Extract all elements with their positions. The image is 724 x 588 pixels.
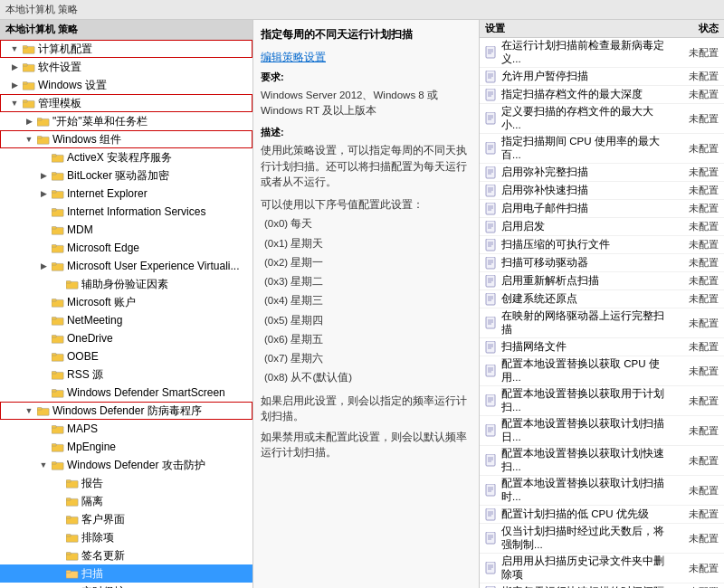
tree-node-signature-updates[interactable]: 签名更新 xyxy=(0,546,252,564)
expand-icon-ms-user-exp[interactable]: ▶ xyxy=(36,259,51,273)
expand-icon-rss[interactable] xyxy=(36,367,51,382)
expand-icon-ie[interactable]: ▶ xyxy=(36,186,51,201)
right-item[interactable]: 启用弥补快速扫描未配置 xyxy=(480,182,724,200)
right-item[interactable]: 仅当计划扫描时经过此天数后，将强制制...未配置 xyxy=(480,524,724,554)
tree-node-quarantine[interactable]: 隔离 xyxy=(0,492,252,510)
tree-node-maps[interactable]: MAPS xyxy=(0,420,252,438)
tree-node-ms-user-exp[interactable]: ▶ Microsoft User Experience Virtuali... xyxy=(0,257,252,275)
expand-icon-wd-attack[interactable]: ▼ xyxy=(36,458,51,472)
tree-node-computer-config[interactable]: ▼ 计算机配置 xyxy=(0,40,252,58)
expand-icon-admin-templates[interactable]: ▼ xyxy=(7,96,22,110)
right-item[interactable]: 启用用从扫描历史记录文件夹中删除项未配置 xyxy=(480,554,724,583)
expand-icon-windows-components[interactable]: ▼ xyxy=(22,132,36,147)
expand-icon-signature-updates[interactable] xyxy=(51,548,65,563)
tree-node-netmeeting[interactable]: NetMeeting xyxy=(0,311,252,329)
expand-icon-reports[interactable] xyxy=(51,476,65,490)
right-item[interactable]: 启用电子邮件扫描未配置 xyxy=(480,200,724,218)
settings-item-icon xyxy=(485,166,498,179)
folder-icon-mpengine xyxy=(51,441,65,453)
right-item[interactable]: 指定扫描存档文件的最大深度未配置 xyxy=(480,86,724,104)
right-item[interactable]: 指定每天运行快速扫描的时间间隔未配置 xyxy=(480,583,724,588)
expand-icon-bitlocker[interactable]: ▶ xyxy=(36,168,51,183)
right-item[interactable]: 创建系统还原点未配置 xyxy=(480,290,724,308)
right-item[interactable]: 在运行计划扫描前检查最新病毒定义...未配置 xyxy=(480,38,724,68)
tree-node-scan[interactable]: 扫描 xyxy=(0,564,252,583)
tree-node-bitlocker[interactable]: ▶ BitLocker 驱动器加密 xyxy=(0,166,252,185)
right-item[interactable]: 配置计划扫描的低 CPU 优先级未配置 xyxy=(480,506,724,524)
expand-icon-windows-settings[interactable]: ▶ xyxy=(7,78,22,92)
svg-rect-53 xyxy=(66,517,71,519)
expand-icon-wd-smartscreen[interactable] xyxy=(36,385,51,400)
right-item[interactable]: 启用弥补完整扫描未配置 xyxy=(480,164,724,182)
expand-icon-iis[interactable] xyxy=(36,204,51,219)
tree-node-mpengine[interactable]: MpEngine xyxy=(0,438,252,456)
svg-rect-90 xyxy=(486,185,495,196)
right-item[interactable]: 配置本地设置替换以获取计划扫描日...未配置 xyxy=(480,416,724,446)
expand-icon-ms-account[interactable] xyxy=(36,295,51,309)
expand-icon-realtime[interactable] xyxy=(51,584,65,588)
right-item[interactable]: 配置本地设置替换以获取计划快速扫...未配置 xyxy=(480,446,724,476)
expand-icon-exclusions[interactable] xyxy=(51,530,65,545)
tree-node-wd-attack[interactable]: ▼ Windows Defender 攻击防护 xyxy=(0,456,252,474)
expand-icon-computer-config[interactable]: ▼ xyxy=(7,42,22,56)
tree-node-activex[interactable]: ActiveX 安装程序服务 xyxy=(0,148,252,166)
expand-icon-quarantine[interactable] xyxy=(51,494,65,508)
right-item[interactable]: 扫描网络文件未配置 xyxy=(480,338,724,356)
folder-icon-ie xyxy=(51,187,65,200)
right-item[interactable]: 扫描压缩的可执行文件未配置 xyxy=(480,236,724,254)
tree-node-rss[interactable]: RSS 源 xyxy=(0,365,252,384)
left-panel[interactable]: 本地计算机 策略 ▼ 计算机配置▶ 软件设置▶ Windows 设置▼ 管理模板… xyxy=(0,20,253,588)
tree-node-windows-settings[interactable]: ▶ Windows 设置 xyxy=(0,76,252,94)
expand-icon-mdm[interactable] xyxy=(36,223,51,237)
tree-node-wd-antivirus[interactable]: ▼ Windows Defender 防病毒程序 xyxy=(0,402,252,420)
expand-icon-maps[interactable] xyxy=(36,422,51,436)
expand-icon-client-ui[interactable] xyxy=(51,512,65,526)
folder-icon-oobe xyxy=(51,350,65,363)
settings-item-icon xyxy=(485,317,498,329)
right-item[interactable]: 配置本地设置替换以获取用于计划扫...未配置 xyxy=(480,386,724,416)
tree-node-client-ui[interactable]: 客户界面 xyxy=(0,510,252,528)
edit-policy-link[interactable]: 编辑策略设置 xyxy=(261,51,326,63)
tree-node-software-settings[interactable]: ▶ 软件设置 xyxy=(0,58,252,76)
right-item[interactable]: 配置本地设置替换以获取计划扫描时...未配置 xyxy=(480,476,724,506)
tree-node-ie[interactable]: ▶ Internet Explorer xyxy=(0,185,252,203)
right-item[interactable]: 允许用户暂停扫描未配置 xyxy=(480,68,724,86)
expand-icon-menu-taskbar[interactable]: ▶ xyxy=(22,114,36,128)
right-item[interactable]: 定义要扫描的存档文件的最大大小...未配置 xyxy=(480,104,724,134)
tree-node-realtime[interactable]: 实时保护 xyxy=(0,583,252,588)
expand-icon-scan[interactable] xyxy=(51,566,65,581)
tree-node-onedrive[interactable]: OneDrive xyxy=(0,329,252,347)
right-item[interactable]: 配置本地设置替换以获取 CPU 使用...未配置 xyxy=(480,356,724,386)
tree-label-mpengine: MpEngine xyxy=(67,439,116,455)
tree-node-wd-smartscreen[interactable]: Windows Defender SmartScreen xyxy=(0,384,252,402)
settings-item-text: 在映射的网络驱动器上运行完整扫描 xyxy=(501,309,664,337)
tree-node-reports[interactable]: 报告 xyxy=(0,474,252,492)
tree-node-oobe[interactable]: OOBE xyxy=(0,347,252,365)
tree-node-admin-templates[interactable]: ▼ 管理模板 xyxy=(0,94,252,112)
expand-icon-activex[interactable] xyxy=(36,150,51,165)
tree-node-edge[interactable]: Microsoft Edge xyxy=(0,239,252,257)
expand-icon-oobe[interactable] xyxy=(36,349,51,364)
expand-icon-edge[interactable] xyxy=(36,241,51,255)
expand-icon-wd-antivirus[interactable]: ▼ xyxy=(22,403,36,418)
expand-icon-ms-auth[interactable] xyxy=(51,277,65,291)
expand-icon-netmeeting[interactable] xyxy=(36,313,51,327)
tree-node-ms-account[interactable]: Microsoft 账户 xyxy=(0,293,252,311)
tree-node-iis[interactable]: Internet Information Services xyxy=(0,203,252,221)
tree-node-mdm[interactable]: MDM xyxy=(0,221,252,239)
value-item: (0x6) 星期五 xyxy=(264,332,472,347)
tree-node-exclusions[interactable]: 排除项 xyxy=(0,528,252,546)
expand-icon-software-settings[interactable]: ▶ xyxy=(7,60,22,74)
tree-node-menu-taskbar[interactable]: ▶ "开始"菜单和任务栏 xyxy=(0,112,252,130)
right-item[interactable]: 启用启发未配置 xyxy=(480,218,724,236)
tree-node-ms-auth[interactable]: 辅助身份验证因素 xyxy=(0,275,252,293)
right-item[interactable]: 在映射的网络驱动器上运行完整扫描未配置 xyxy=(480,308,724,338)
settings-item-icon xyxy=(485,424,498,437)
right-item[interactable]: 指定扫描期间 CPU 使用率的最大百...未配置 xyxy=(480,134,724,164)
expand-icon-mpengine[interactable] xyxy=(36,440,51,454)
svg-rect-66 xyxy=(486,46,495,58)
right-item[interactable]: 启用重新解析点扫描未配置 xyxy=(480,272,724,290)
expand-icon-onedrive[interactable] xyxy=(36,331,51,346)
tree-node-windows-components[interactable]: ▼ Windows 组件 xyxy=(0,130,252,148)
right-item[interactable]: 扫描可移动驱动器未配置 xyxy=(480,254,724,272)
